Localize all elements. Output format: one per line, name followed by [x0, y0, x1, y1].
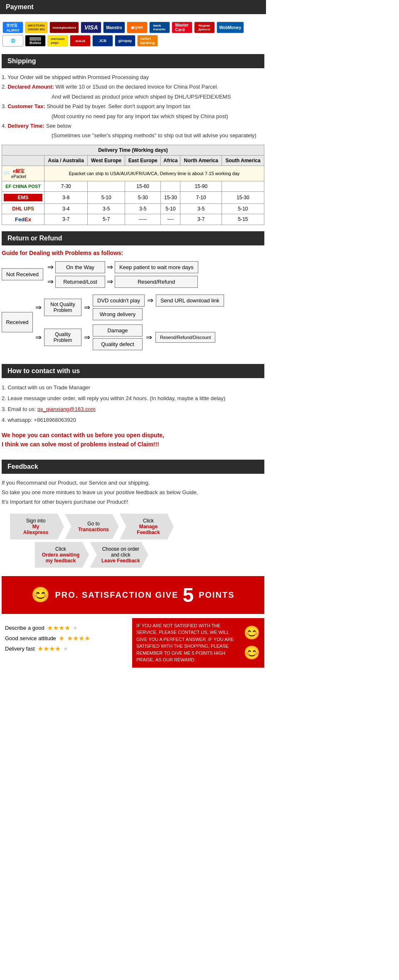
payment-logos: 支付宝ALIPAY WESTERNUNION WU moneybookers V…: [0, 18, 266, 50]
guide-title: Guide for Dealing with Problems as follo…: [2, 250, 264, 256]
banner-text: PRO. SATISFACTION GIVE: [55, 590, 178, 600]
table-row-ems: EMS 3-8 5-10 5-30 15-30 7-10 15-30: [2, 191, 264, 203]
wrong-delivery-box: Wrong delivery: [93, 308, 143, 320]
chinapost-west-eu: [88, 181, 125, 191]
contact-note-line2: I think we can solve most of problems in…: [2, 440, 264, 449]
damage-box: Damage: [93, 324, 143, 337]
payment-header: Payment: [0, 0, 266, 14]
col-south-america: South America: [222, 155, 264, 166]
doku-logo: doku$: [70, 35, 91, 47]
send-url-box: Send URL download link: [156, 294, 224, 307]
ems-africa: 15-30: [161, 191, 180, 203]
chinapost-north-am: 15-90: [180, 181, 222, 191]
yandex-logo: ЯндексДеньги: [194, 22, 215, 33]
arrow-rec-3: ⇒: [147, 296, 153, 305]
chinapost-south-am: [222, 181, 264, 191]
shipping-line-2: 2. Declared Amount: Will write 10 or 15u…: [2, 82, 264, 92]
ratings-section: Describe a good ★★★★ ★ Good service atti…: [2, 618, 264, 668]
shipping-section: Shipping 1. Your Order will be shipped w…: [0, 54, 266, 231]
contact-note: We hope you can contact with us before y…: [2, 431, 264, 449]
fedex-south-am: 5-15: [222, 214, 264, 225]
ems-east-eu: 5-30: [125, 191, 161, 203]
arrow-3: ⇒: [47, 277, 54, 286]
ems-south-am: 15-30: [222, 191, 264, 203]
step1-line1: Sign into: [26, 518, 46, 524]
step-click-orders: Click Orders awaiting my feedback: [35, 542, 89, 568]
shipping-line-4: 4. Delivery Time: See below: [2, 121, 264, 131]
carrier-fedex: FedEx: [2, 214, 44, 225]
table-row-chinapost: EF CHINA POST 7-30 15-60 15-90: [2, 181, 264, 191]
contact-email[interactable]: qx_qianxiang@163.com: [37, 406, 96, 412]
dhl-north-am: 3-5: [180, 203, 222, 214]
shipping-line-3: 3. Customer Tax: Should be Paid by buyer…: [2, 101, 264, 111]
fedex-north-am: 3-7: [180, 214, 222, 225]
step2-line1: Go to: [87, 521, 99, 527]
quality-defect-box: Quality defect: [93, 338, 143, 350]
arrow-rec-5: ⇒: [84, 333, 90, 342]
return-header: Return or Refund: [2, 231, 264, 245]
dhl-west-eu: 3-5: [88, 203, 125, 214]
delivery-table: Delivery Time (Working days) Asia / Aust…: [2, 145, 264, 225]
contact-note-line1: We hope you can contact with us before y…: [2, 431, 264, 440]
chinapost-east-eu: 15-60: [125, 181, 161, 191]
epacket-note: Epacket can ship to USA/AU/UK/FR/UA/CA, …: [44, 166, 264, 181]
quality-problem-box: QualityProblem: [44, 329, 81, 346]
rating-row-3: Delivery fast ★★★★ ★: [5, 645, 129, 653]
step5-line2: and click: [111, 552, 131, 558]
table-row-epacket: ✉️ e邮宝 ePacket Epacket can ship to USA/A…: [2, 166, 264, 181]
on-the-way-box: On the Way: [55, 261, 105, 273]
carrier-epacket: ✉️ e邮宝 ePacket: [2, 166, 44, 181]
alipay-logo: 支付宝ALIPAY: [2, 22, 23, 33]
shipping-line-2b: And will Declared as product price which…: [2, 92, 264, 101]
banktransfer-logo: banktransfer: [149, 22, 170, 33]
contact-text: 1. Contact with us on Trade Manager 2. L…: [2, 382, 264, 426]
qiwi-logo: ◉QIWI: [127, 22, 148, 33]
sofort-logo: sofortbanking: [137, 35, 158, 47]
shipping-line-4b: (Sometimes use "seller's shipping method…: [2, 131, 264, 140]
dhl-east-eu: 3-5: [125, 203, 161, 214]
not-received-box: Not Received: [2, 268, 43, 280]
rating-extra-2: ★★★★: [67, 634, 90, 642]
maestro-logo: Maestro: [103, 22, 125, 33]
rating-stars-1: ★★★★: [47, 624, 70, 632]
bibit-logo: 🌐: [2, 35, 23, 47]
mastercard-logo: MasterCard: [172, 22, 192, 33]
step5-line3: Leave Feedback: [101, 558, 140, 564]
dhl-south-am: 5-10: [222, 203, 264, 214]
rating-label-3: Delivery fast: [5, 646, 35, 652]
chinapost-asia: 7-30: [44, 181, 88, 191]
not-received-flowchart: Not Received ⇒ On the Way ⇒ Keep patient…: [2, 261, 264, 288]
feedback-intro-1: If you Recommand our Product, our Servic…: [2, 478, 264, 488]
feedback-section: Feedback If you Recommand our Product, o…: [0, 460, 266, 668]
feedback-intro-2: So take you one more mintues to leave us…: [2, 488, 264, 497]
rating-row-1: Describe a good ★★★★ ★: [5, 624, 129, 632]
carrier-chinapost: EF CHINA POST: [2, 181, 44, 191]
fedex-asia: 3-7: [44, 214, 88, 225]
visa-logo: VISA: [81, 22, 101, 33]
resend-refund-discount-box: Resend/Refund/Discount: [155, 332, 215, 343]
fedex-africa: ----: [161, 214, 180, 225]
contact-line-1: 1. Contact with us on Trade Manager: [2, 382, 264, 393]
step4-line1: Click: [55, 546, 66, 552]
contact-line-4: 4. whatsapp: +8618968063920: [2, 415, 264, 426]
rating-stars-2: ★: [59, 634, 64, 642]
smiley-left: 😊: [31, 586, 51, 604]
step4-line3: my feedback: [46, 558, 76, 564]
dvd-play-box: DVD couldn't play: [93, 294, 145, 307]
step-click-manage: Click Manage Feedback: [120, 514, 174, 539]
rating-empty-star-1: ★: [73, 625, 78, 631]
arrow-1: ⇒: [47, 262, 54, 272]
step-leave-feedback: Choose on order and click Leave Feedback: [90, 542, 148, 568]
shipping-header: Shipping: [2, 54, 264, 68]
ems-asia: 3-8: [44, 191, 88, 203]
step3-line3: Feedback: [137, 530, 160, 535]
rating-stars-3: ★★★★: [37, 645, 61, 653]
banner-number: 5: [182, 584, 195, 606]
contact-line-2: 2. Leave message under order, will reply…: [2, 393, 264, 404]
ems-west-eu: 5-10: [88, 191, 125, 203]
step-sign-in: Sign into My Aliexpress: [10, 514, 64, 539]
rating-empty-star-3: ★: [63, 646, 68, 652]
dhl-asia: 3-4: [44, 203, 88, 214]
dhl-africa: 5-10: [161, 203, 180, 214]
feedback-header: Feedback: [2, 460, 264, 474]
